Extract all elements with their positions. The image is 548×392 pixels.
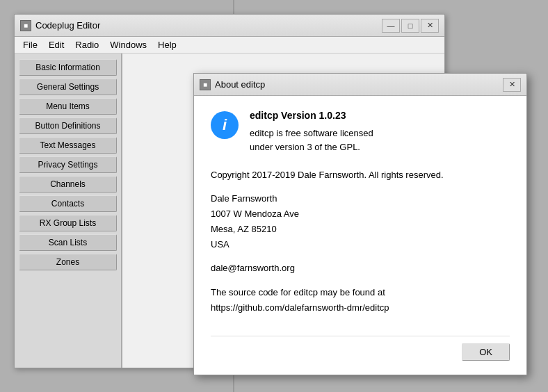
about-copyright: Copyright 2017-2019 Dale Farnsworth. All…: [211, 168, 510, 183]
sidebar-button-definitions[interactable]: Button Definitions: [19, 117, 117, 134]
menu-file[interactable]: File: [17, 38, 43, 51]
about-address: Dale Farnsworth 1007 W Mendoza Ave Mesa,…: [211, 191, 510, 252]
about-title-bar: ■ About editcp ✕: [194, 74, 526, 96]
sidebar-basic-information[interactable]: Basic Information: [19, 59, 117, 76]
about-close-button[interactable]: ✕: [503, 78, 521, 92]
sidebar-rx-group-lists[interactable]: RX Group Lists: [19, 215, 117, 231]
editor-window-icon: ■: [20, 20, 31, 31]
about-top-section: i editcp Version 1.0.23 editcp is free s…: [211, 110, 510, 154]
menu-help[interactable]: Help: [152, 38, 182, 51]
about-version-block: editcp Version 1.0.23 editcp is free sof…: [250, 110, 373, 154]
menu-bar: File Edit Radio Windows Help: [15, 37, 444, 54]
editor-window-controls: — □ ✕: [382, 19, 439, 33]
maximize-button[interactable]: □: [401, 19, 419, 33]
about-title-text: About editcp: [215, 79, 503, 90]
menu-edit[interactable]: Edit: [43, 38, 70, 51]
menu-radio[interactable]: Radio: [70, 38, 104, 51]
sidebar-privacy-settings[interactable]: Privacy Settings: [19, 156, 117, 173]
sidebar-zones[interactable]: Zones: [19, 254, 117, 270]
about-license: editcp is free software licensed under v…: [250, 126, 373, 154]
about-content: Copyright 2017-2019 Dale Farnsworth. All…: [211, 168, 510, 324]
about-body: i editcp Version 1.0.23 editcp is free s…: [194, 96, 526, 375]
about-source: The source code for editcp may be found …: [211, 285, 510, 316]
info-icon: i: [211, 111, 239, 139]
ok-button[interactable]: OK: [462, 343, 510, 361]
minimize-button[interactable]: —: [382, 19, 400, 33]
sidebar-general-settings[interactable]: General Settings: [19, 79, 117, 95]
sidebar-menu-items[interactable]: Menu Items: [19, 98, 117, 115]
sidebar-contacts[interactable]: Contacts: [19, 195, 117, 212]
about-version: editcp Version 1.0.23: [250, 110, 373, 121]
editor-title-text: Codeplug Editor: [35, 20, 382, 31]
editor-title-bar: ■ Codeplug Editor — □ ✕: [15, 15, 444, 37]
sidebar-scan-lists[interactable]: Scan Lists: [19, 234, 117, 251]
close-button[interactable]: ✕: [421, 19, 439, 33]
menu-windows[interactable]: Windows: [104, 38, 152, 51]
about-footer: OK: [211, 336, 510, 361]
sidebar-text-messages[interactable]: Text Messages: [19, 137, 117, 154]
about-dialog: ■ About editcp ✕ i editcp Version 1.0.23…: [193, 73, 527, 375]
about-email: dale@farnsworth.org: [211, 261, 510, 276]
sidebar-channels[interactable]: Channels: [19, 176, 117, 193]
about-window-icon: ■: [200, 79, 211, 90]
sidebar: Basic Information General Settings Menu …: [15, 54, 122, 368]
